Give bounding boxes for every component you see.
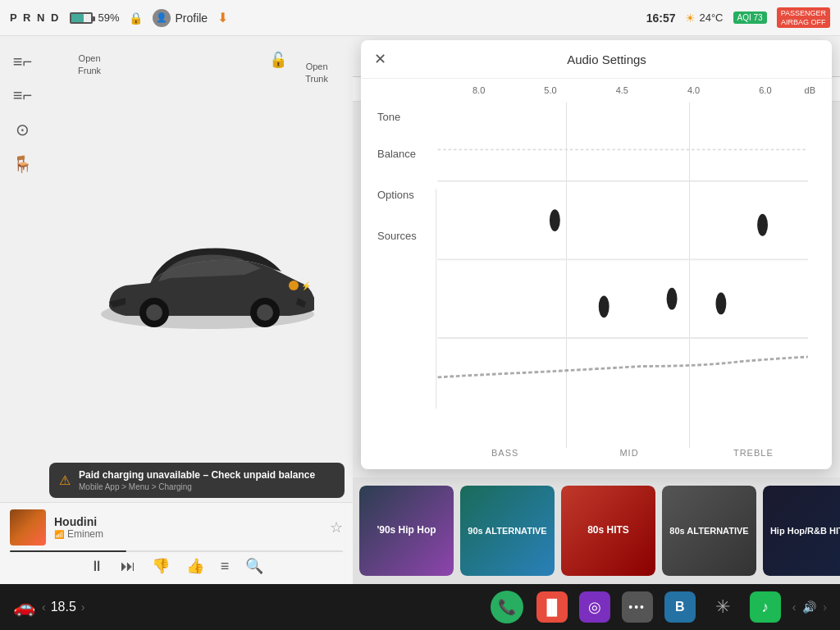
db-5: 5.0 bbox=[514, 85, 586, 95]
modal-close-button[interactable]: ✕ bbox=[374, 50, 386, 68]
open-frunk-label[interactable]: OpenFrunk bbox=[78, 52, 101, 78]
station-name-2: 90s ALTERNATIVE bbox=[468, 525, 546, 536]
modal-body: 8.0 5.0 4.5 4.0 6.0 dB bbox=[361, 79, 832, 469]
foglight-icon[interactable]: ≡⌐ bbox=[13, 86, 32, 105]
station-bg-2: 90s ALTERNATIVE bbox=[460, 486, 555, 576]
eq-chart-area: Tone Balance Options Sources bbox=[377, 103, 815, 448]
profile-avatar: 👤 bbox=[153, 9, 171, 27]
speed-value: 18.5 bbox=[51, 600, 76, 614]
artist-label: Eminem bbox=[67, 528, 103, 540]
balance-label: Balance bbox=[377, 148, 441, 160]
eq-curve-svg bbox=[377, 103, 815, 448]
equalizer-button[interactable]: ≡ bbox=[221, 558, 230, 575]
warning-icon: ⚠ bbox=[59, 472, 71, 488]
volume-icon[interactable]: 🔊 bbox=[802, 600, 816, 614]
phone-button[interactable]: 📞 bbox=[491, 591, 523, 623]
vol-right-chevron[interactable]: › bbox=[823, 600, 827, 614]
radio-taskbar-button[interactable]: ▐▌ bbox=[536, 591, 568, 623]
svg-point-15 bbox=[715, 293, 726, 315]
db-unit-label: dB bbox=[805, 85, 815, 95]
car-area: OpenFrunk OpenTrunk 🔓 bbox=[45, 36, 353, 502]
climate-button[interactable]: ✳ bbox=[707, 591, 738, 623]
station-bg-1: '90s Hip Hop bbox=[359, 486, 454, 576]
warning-banner: ⚠ Paid charging unavailable – Check unpa… bbox=[49, 463, 345, 498]
speed-display: ‹ 18.5 › bbox=[42, 600, 84, 614]
time-display: 16:57 bbox=[646, 11, 676, 25]
battery-fill bbox=[71, 14, 83, 22]
music-top: Houdini 📶 Eminem ☆ bbox=[10, 509, 343, 546]
svg-point-5 bbox=[289, 281, 299, 290]
temp-display: ☀ 24°C bbox=[685, 11, 723, 25]
temp-value: 24°C bbox=[699, 11, 723, 24]
battery-icon bbox=[70, 12, 93, 24]
open-trunk-label[interactable]: OpenTrunk bbox=[305, 61, 328, 86]
svg-point-13 bbox=[599, 295, 609, 317]
station-card-90s-alt[interactable]: 90s ALTERNATIVE bbox=[460, 486, 555, 576]
svg-text:⚡: ⚡ bbox=[301, 281, 312, 291]
station-name-3: 80s HITS bbox=[587, 524, 629, 537]
db-45: 4.5 bbox=[587, 85, 658, 95]
more-button[interactable]: ••• bbox=[622, 591, 653, 623]
car-image: ⚡ ⚡ bbox=[84, 216, 314, 347]
battery-info: 59% bbox=[70, 11, 119, 24]
db-scale: 8.0 5.0 4.5 4.0 6.0 dB bbox=[377, 79, 815, 98]
db-4: 4.0 bbox=[658, 85, 729, 95]
autopilot-button[interactable]: ◎ bbox=[579, 591, 610, 623]
warning-text: Paid charging unavailable – Check unpaid… bbox=[79, 469, 315, 491]
profile-button[interactable]: 👤 Profile bbox=[153, 9, 208, 27]
spotify-button[interactable]: ♪ bbox=[750, 591, 781, 623]
svg-point-11 bbox=[550, 209, 560, 231]
tire-icon[interactable]: ⊙ bbox=[16, 120, 30, 139]
svg-point-2 bbox=[146, 304, 162, 321]
car-svg: ⚡ bbox=[84, 216, 331, 347]
station-name-1: '90s Hip Hop bbox=[377, 524, 436, 537]
stream-icon: 📶 bbox=[54, 530, 64, 539]
axis-labels: BASS MID TREBLE bbox=[377, 448, 815, 461]
battery-percent: 59% bbox=[98, 11, 119, 24]
options-label: Options bbox=[377, 189, 441, 201]
music-info: Houdini 📶 Eminem bbox=[54, 515, 322, 540]
headlight-icon[interactable]: ≡⌐ bbox=[13, 52, 32, 71]
vol-left-chevron[interactable]: ‹ bbox=[792, 600, 797, 614]
phone-icon: 📞 bbox=[498, 598, 516, 616]
music-player: Houdini 📶 Eminem ☆ ⏸ ⏭ 👎 👍 ≡ 🔍 bbox=[0, 502, 353, 584]
progress-bar[interactable] bbox=[10, 550, 343, 552]
dislike-button[interactable]: 👎 bbox=[152, 557, 170, 575]
main-area: ≡⌐ ≡⌐ ⊙ 🪑 OpenFrunk OpenTrunk 🔓 bbox=[0, 36, 840, 584]
left-sidebar: ≡⌐ ≡⌐ ⊙ 🪑 bbox=[0, 36, 45, 584]
station-card-80s-hits[interactable]: 80s HITS bbox=[561, 486, 655, 576]
artist-name: 📶 Eminem bbox=[54, 528, 322, 540]
station-card-90s-hiphop[interactable]: '90s Hip Hop bbox=[359, 486, 454, 576]
station-card-80s-alt[interactable]: 80s ALTERNATIVE bbox=[662, 486, 756, 576]
db-6: 6.0 bbox=[729, 85, 801, 95]
speed-right-chevron[interactable]: › bbox=[81, 600, 85, 614]
lock-icon: 🔒 bbox=[129, 11, 143, 25]
speed-left-chevron[interactable]: ‹ bbox=[42, 600, 46, 614]
station-bg-3: 80s HITS bbox=[561, 486, 655, 576]
bluetooth-button[interactable]: B bbox=[664, 591, 696, 623]
seat-icon[interactable]: 🪑 bbox=[12, 154, 33, 174]
profile-label: Profile bbox=[175, 11, 208, 25]
song-title: Houdini bbox=[54, 515, 322, 528]
trunk-lock-icon: 🔓 bbox=[269, 51, 287, 69]
db-8: 8.0 bbox=[443, 85, 514, 95]
station-bg-4: 80s ALTERNATIVE bbox=[662, 486, 756, 576]
station-name-5: Hip Hop/R&B HITS bbox=[770, 525, 840, 536]
like-button[interactable]: 👍 bbox=[186, 557, 204, 575]
right-panel: ▐▌ 🔍 ⊟ Top Stations DJ Series Genres Acc… bbox=[353, 36, 840, 584]
favorite-button[interactable]: ☆ bbox=[330, 518, 343, 536]
passenger-badge: PASSENGER AIRBAG OFF bbox=[777, 7, 830, 29]
next-button[interactable]: ⏭ bbox=[121, 558, 135, 575]
status-bar: P R N D 59% 🔒 👤 Profile ⬇ 16:57 ☀ 24°C A… bbox=[0, 0, 840, 36]
search-music-button[interactable]: 🔍 bbox=[245, 557, 263, 575]
stations-row: '90s Hip Hop 90s ALTERNATIVE 80s HITS 80… bbox=[353, 477, 840, 584]
pause-button[interactable]: ⏸ bbox=[89, 558, 104, 575]
taskbar: 🚗 ‹ 18.5 › 📞 ▐▌ ◎ ••• B ✳ ♪ ‹ 🔊 › bbox=[0, 584, 840, 630]
svg-point-12 bbox=[757, 214, 768, 236]
svg-point-14 bbox=[667, 288, 678, 310]
car-icon[interactable]: 🚗 bbox=[13, 596, 35, 618]
station-card-hiphop-rnb[interactable]: Hip Hop/R&B HITS bbox=[763, 486, 840, 576]
left-panel: ≡⌐ ≡⌐ ⊙ 🪑 OpenFrunk OpenTrunk 🔓 bbox=[0, 36, 353, 584]
svg-point-4 bbox=[257, 304, 273, 321]
music-controls: ⏸ ⏭ 👎 👍 ≡ 🔍 bbox=[10, 557, 343, 575]
